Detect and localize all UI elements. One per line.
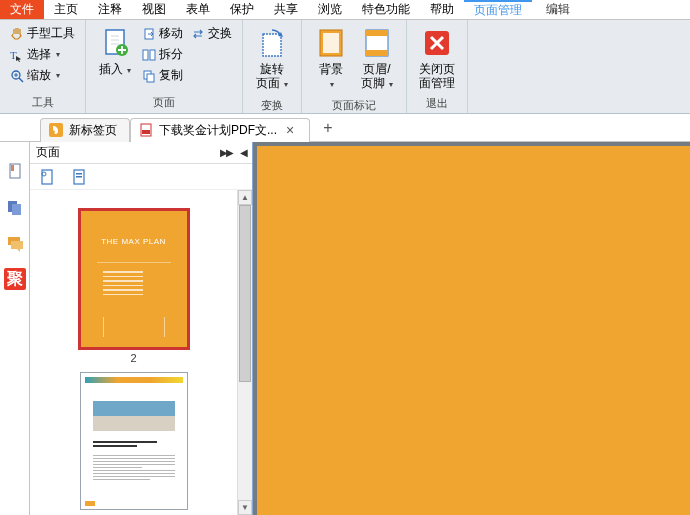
document-page — [257, 146, 690, 515]
swap-page-label: 交换 — [208, 25, 232, 42]
header-footer-button[interactable]: 页眉/ 页脚 ▾ — [354, 24, 400, 94]
close-page-management-button[interactable]: 关闭页 面管理 — [413, 24, 461, 92]
panel-collapse-icon[interactable]: ▶▶ — [220, 147, 232, 158]
svg-rect-12 — [263, 34, 281, 56]
document-tab-new[interactable]: 新标签页 — [40, 118, 130, 142]
header-footer-icon — [360, 26, 394, 60]
move-page-button[interactable]: 移动 — [140, 24, 185, 43]
chevron-down-icon: ▾ — [56, 50, 60, 59]
ribbon: 手型工具 T 选择 ▾ 缩放 ▾ 工具 — [0, 20, 690, 114]
scroll-thumb[interactable] — [239, 205, 251, 382]
group-page-mark: 背景▾ 页眉/ 页脚 ▾ 页面标记 — [302, 20, 407, 113]
move-icon — [142, 27, 156, 41]
swap-page-button[interactable]: 交换 — [189, 24, 234, 43]
comments-panel-icon[interactable] — [4, 232, 26, 254]
chevron-down-icon: ▾ — [387, 80, 393, 89]
document-tab-new-label: 新标签页 — [69, 122, 117, 139]
chevron-down-icon: ▾ — [330, 80, 334, 89]
bookmark-panel-icon[interactable] — [4, 160, 26, 182]
svg-rect-21 — [142, 130, 150, 134]
page-thumbnail-3[interactable] — [80, 372, 188, 510]
svg-line-2 — [19, 78, 23, 82]
group-exit: 关闭页 面管理 退出 — [407, 20, 468, 113]
tab-file[interactable]: 文件 — [0, 0, 44, 19]
new-tab-button[interactable]: + — [318, 119, 338, 137]
background-label: 背景 — [319, 62, 343, 76]
rotate-page-button[interactable]: 旋转 页面 ▾ — [249, 24, 295, 94]
document-tab-pdf[interactable]: 下载奖金计划PDF文... × — [130, 118, 310, 142]
group-tools-label: 工具 — [4, 95, 81, 113]
copy-icon — [142, 69, 156, 83]
panel-tool-option-icon[interactable] — [70, 168, 88, 186]
tab-form[interactable]: 表单 — [176, 0, 220, 19]
svg-rect-8 — [143, 50, 148, 60]
thumbnail-list: THE MAX PLAN 2 — [30, 190, 237, 515]
tab-browse[interactable]: 浏览 — [308, 0, 352, 19]
move-page-label: 移动 — [159, 25, 183, 42]
page-thumbnail-number: 2 — [130, 352, 136, 364]
group-page-label: 页面 — [90, 95, 238, 113]
ju-button[interactable]: 聚 — [4, 268, 26, 290]
group-page-mark-label: 页面标记 — [306, 98, 402, 113]
pages-panel: 页面 ▶▶ ◀ THE MAX PLAN — [30, 142, 253, 515]
tab-help[interactable]: 帮助 — [420, 0, 464, 19]
top-tabstrip: 文件 主页 注释 视图 表单 保护 共享 浏览 特色功能 帮助 页面管理 编辑 — [0, 0, 690, 20]
svg-rect-29 — [76, 173, 82, 175]
zoom-tool-button[interactable]: 缩放 ▾ — [8, 66, 77, 85]
tab-share[interactable]: 共享 — [264, 0, 308, 19]
svg-rect-17 — [366, 50, 388, 56]
tab-home[interactable]: 主页 — [44, 0, 88, 19]
zoom-tool-label: 缩放 — [27, 67, 51, 84]
tab-page-management[interactable]: 页面管理 — [464, 0, 532, 19]
panel-scrollbar[interactable]: ▲ ▼ — [237, 190, 252, 515]
svg-rect-9 — [150, 50, 155, 60]
document-tabstrip: 新标签页 下载奖金计划PDF文... × + — [0, 114, 690, 142]
tab-protect[interactable]: 保护 — [220, 0, 264, 19]
pages-panel-title: 页面 — [36, 144, 60, 161]
rotate-page-label: 旋转 页面 — [256, 62, 284, 90]
document-tab-close-icon[interactable]: × — [283, 122, 297, 138]
insert-page-button[interactable]: 插入 ▾ — [92, 24, 138, 80]
svg-rect-23 — [11, 165, 14, 171]
close-icon — [420, 26, 454, 60]
panel-tool-page-icon[interactable] — [38, 168, 56, 186]
svg-rect-14 — [323, 33, 339, 53]
chevron-down-icon: ▾ — [282, 80, 288, 89]
tab-view[interactable]: 视图 — [132, 0, 176, 19]
scroll-up-icon[interactable]: ▲ — [238, 190, 252, 205]
chevron-down-icon: ▾ — [125, 66, 131, 75]
insert-page-icon — [98, 26, 132, 60]
copy-page-button[interactable]: 复制 — [140, 66, 185, 85]
hand-tool-button[interactable]: 手型工具 — [8, 24, 77, 43]
split-icon — [142, 48, 156, 62]
background-button[interactable]: 背景▾ — [308, 24, 354, 94]
select-tool-button[interactable]: T 选择 ▾ — [8, 45, 77, 64]
foxit-icon — [49, 123, 63, 137]
group-transform: 旋转 页面 ▾ 变换 — [243, 20, 302, 113]
select-icon: T — [10, 48, 24, 62]
svg-rect-16 — [366, 30, 388, 36]
svg-rect-25 — [12, 204, 21, 215]
group-transform-label: 变换 — [247, 98, 297, 113]
rotate-icon — [255, 26, 289, 60]
zoom-icon — [10, 69, 24, 83]
document-tab-pdf-label: 下载奖金计划PDF文... — [159, 122, 277, 139]
split-page-button[interactable]: 拆分 — [140, 45, 185, 64]
side-strip: 聚 — [0, 142, 30, 515]
group-page: 插入 ▾ 移动 拆分 复制 — [86, 20, 243, 113]
panel-prev-icon[interactable]: ◀ — [240, 147, 246, 158]
tab-edit[interactable]: 编辑 — [536, 0, 580, 19]
close-page-management-label: 关闭页 面管理 — [419, 62, 455, 90]
split-page-label: 拆分 — [159, 46, 183, 63]
page-thumbnail-2[interactable]: THE MAX PLAN — [80, 210, 188, 348]
ju-icon: 聚 — [4, 268, 26, 290]
hand-tool-label: 手型工具 — [27, 25, 75, 42]
background-icon — [314, 26, 348, 60]
scroll-down-icon[interactable]: ▼ — [238, 500, 252, 515]
svg-rect-30 — [76, 176, 82, 178]
tab-features[interactable]: 特色功能 — [352, 0, 420, 19]
tab-comment[interactable]: 注释 — [88, 0, 132, 19]
svg-rect-11 — [147, 74, 154, 82]
document-view[interactable] — [253, 142, 690, 515]
pages-panel-icon[interactable] — [4, 196, 26, 218]
